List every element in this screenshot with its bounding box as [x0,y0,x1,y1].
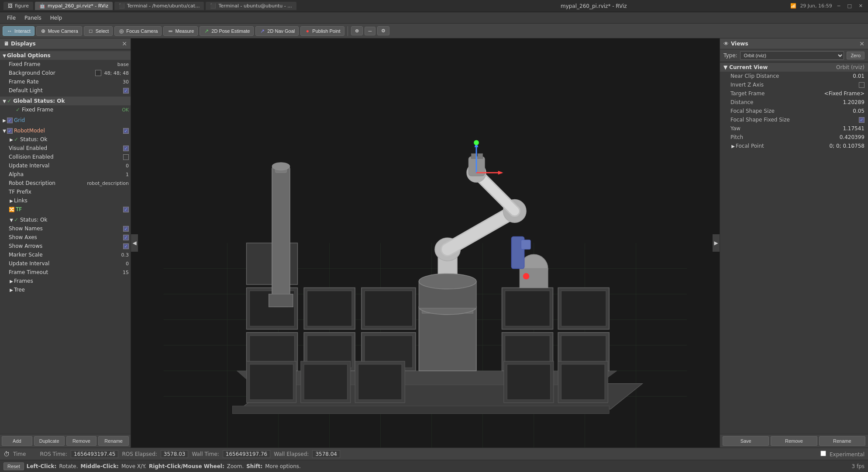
update-interval-row[interactable]: Update Interval 0 [0,161,131,170]
global-status-fixed-frame-row[interactable]: ✓ Fixed Frame OK [0,105,131,114]
toolbar-extra-2[interactable]: ─ [365,27,376,35]
focal-shape-size-row[interactable]: Focal Shape Size 0.05 [720,107,868,115]
views-type-select[interactable]: Orbit (rviz) [740,51,844,60]
alpha-value: 1 [126,172,129,177]
distance-row[interactable]: Distance 1.20289 [720,98,868,107]
views-zero-button[interactable]: Zero [847,52,865,59]
menu-help[interactable]: Help [46,14,66,22]
remove-view-button[interactable]: Remove [771,436,817,446]
robot-model-header[interactable]: ▼ RobotModel [0,126,131,135]
robot-status-label: ✓ Status: Ok [14,136,129,142]
frame-timeout-row[interactable]: Frame Timeout 15 [0,268,131,277]
rename-view-button[interactable]: Rename [819,436,865,446]
focal-shape-fixed-checkbox[interactable] [859,117,865,123]
viewport-arrow-right[interactable]: ▶ [713,234,720,252]
show-axes-row[interactable]: Show Axes [0,233,131,242]
near-clip-row[interactable]: Near Clip Distance 0.01 [720,72,868,80]
collision-enabled-row[interactable]: Collision Enabled [0,153,131,161]
show-arrows-row[interactable]: Show Arrows [0,242,131,250]
distance-label: Distance [730,99,843,105]
robot-model-checkbox-right[interactable] [123,128,129,134]
svg-rect-51 [478,153,483,159]
add-button[interactable]: Add [2,436,32,446]
experimental-checkbox[interactable] [820,451,826,456]
frame-rate-row[interactable]: Frame Rate 30 [0,77,131,86]
collision-enabled-checkbox[interactable] [123,154,129,160]
default-light-checkbox[interactable] [123,88,129,94]
visual-enabled-row[interactable]: Visual Enabled [0,144,131,153]
pose-estimate-button[interactable]: ↗ 2D Pose Estimate [200,26,254,36]
links-row[interactable]: ▶ Links [0,196,131,205]
tab-terminal1[interactable]: ⬛ Terminal - /home/ubuntu/cat... [114,2,204,10]
global-status-header[interactable]: ▼ ✓ Global Status: Ok [0,97,131,105]
focal-point-row[interactable]: ▶ Focal Point 0; 0; 0.10758 [720,142,868,150]
tab-terminal2[interactable]: ⬛ Terminal - ubuntu@ubuntu - ... [206,2,296,10]
marker-scale-row[interactable]: Marker Scale 0.3 [0,250,131,259]
show-arrows-checkbox[interactable] [123,243,129,249]
viewport-arrow-left[interactable]: ◀ [131,234,138,252]
tf-checkbox[interactable] [123,207,129,212]
minimize-btn[interactable]: ─ [836,3,842,9]
viewport[interactable]: ◀ [131,38,720,448]
show-names-row[interactable]: Show Names [0,224,131,233]
grid-row[interactable]: ▶ Grid [0,116,131,125]
select-button[interactable]: □ Select [84,26,113,36]
focal-point-value: 0; 0; 0.10758 [829,143,865,149]
rename-button[interactable]: Rename [98,436,129,446]
reset-button[interactable]: Reset [3,462,24,470]
default-light-row[interactable]: Default Light [0,86,131,95]
save-view-button[interactable]: Save [723,436,769,446]
publish-point-button[interactable]: ● Publish Point [300,26,344,36]
tf-row[interactable]: 🔀 TF [0,205,131,214]
duplicate-button[interactable]: Duplicate [34,436,65,446]
visual-enabled-checkbox[interactable] [123,146,129,151]
experimental-text: Experimental [830,451,865,458]
target-frame-row[interactable]: Target Frame <Fixed Frame> [720,89,868,98]
toolbar-extra-3[interactable]: ⚙ [377,26,389,35]
focal-shape-fixed-row[interactable]: Focal Shape Fixed Size [720,115,868,124]
frames-row[interactable]: ▶ Frames [0,277,131,285]
robot-model-enabled-checkbox[interactable] [7,128,13,134]
current-view-header[interactable]: ▼ Current View Orbit (rviz) [720,63,868,72]
show-names-checkbox[interactable] [123,226,129,232]
global-options-header[interactable]: ▼ Global Options [0,51,131,60]
pitch-row[interactable]: Pitch 0.420399 [720,133,868,142]
views-panel-close[interactable]: ✕ [859,40,865,47]
displays-panel-close[interactable]: ✕ [122,40,127,47]
maximize-btn[interactable]: □ [845,3,853,9]
yaw-row[interactable]: Yaw 1.17541 [720,124,868,133]
bg-color-row[interactable]: Background Color 48; 48; 48 [0,69,131,77]
grid-enabled-checkbox[interactable] [7,118,13,123]
tree-row[interactable]: ▶ Tree [0,285,131,294]
invert-z-checkbox[interactable] [859,82,865,88]
tf-update-interval-label: Update Interval [9,260,124,267]
tab-rviz[interactable]: 🤖 mypal_260_pi.rviz* - RViz [35,2,113,10]
robot-description-row[interactable]: Robot Description robot_description [0,179,131,187]
menu-panels[interactable]: Panels [20,14,46,22]
measure-button[interactable]: ═ Measure [163,26,198,36]
tf-prefix-row[interactable]: TF Prefix [0,187,131,196]
global-status-section: ▼ ✓ Global Status: Ok ✓ Fixed Frame OK [0,96,131,115]
links-label: Links [14,198,129,204]
show-axes-checkbox[interactable] [123,235,129,240]
tf-section-header[interactable]: ▼ ✓ Status: Ok [0,215,131,224]
menu-file[interactable]: File [3,14,20,22]
robot-status-row[interactable]: ▶ ✓ Status: Ok [0,135,131,144]
alpha-row[interactable]: Alpha 1 [0,170,131,179]
nav-goal-button[interactable]: ↗ 2D Nav Goal [255,26,299,36]
focus-camera-button[interactable]: ◎ Focus Camera [114,26,162,36]
invert-z-row[interactable]: Invert Z Axis [720,80,868,89]
toolbar-extra-1[interactable]: ⊕ [351,26,363,35]
interact-icon: ↔ [7,28,13,34]
tab-figure[interactable]: 🖼 figure [3,2,33,10]
interact-button[interactable]: ↔ Interact [3,26,34,36]
move-camera-label: Move Camera [48,28,78,34]
yaw-value: 1.17541 [843,125,865,132]
close-btn[interactable]: ✕ [857,3,865,9]
move-camera-button[interactable]: ⊕ Move Camera [36,26,82,36]
robot-description-label: Robot Description [9,180,85,186]
pitch-label: Pitch [730,134,840,140]
fixed-frame-row[interactable]: Fixed Frame base [0,60,131,69]
remove-button[interactable]: Remove [66,436,97,446]
tf-update-interval-row[interactable]: Update Interval 0 [0,259,131,268]
